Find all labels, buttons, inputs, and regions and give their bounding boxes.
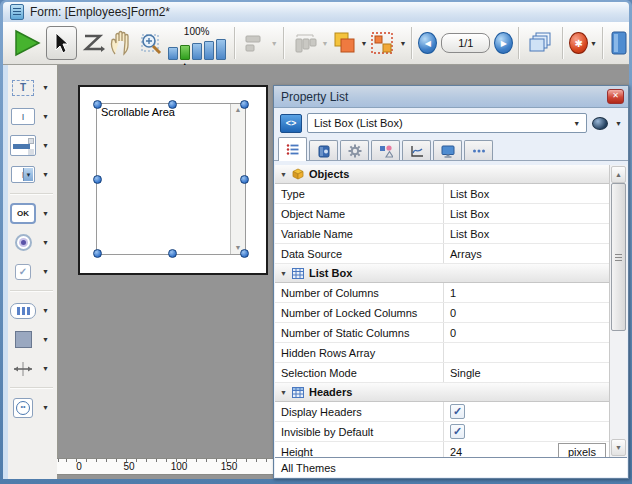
property-row-locked-columns[interactable]: Number of Locked Columns 0: [275, 303, 609, 323]
code-icon[interactable]: <>: [280, 114, 302, 133]
level-icon: [331, 30, 357, 56]
zoom-bar-400[interactable]: [204, 41, 214, 60]
tool-button[interactable]: OK ▼: [10, 203, 55, 224]
selection-handle-nw[interactable]: [93, 100, 102, 109]
section-objects[interactable]: ▼ Objects: [275, 165, 609, 184]
tab-coordinates[interactable]: [340, 140, 369, 161]
pointer-tool-button[interactable]: [46, 26, 77, 60]
collapse-triangle-icon[interactable]: ▼: [280, 389, 287, 396]
property-row-number-of-columns[interactable]: Number of Columns 1: [275, 283, 609, 303]
tool-tab-control[interactable]: ▼: [10, 300, 55, 321]
form-properties-button[interactable]: ✱: [569, 32, 588, 54]
grid-header-icon: [292, 387, 304, 398]
zoom-bar-100-current[interactable]: [180, 45, 190, 60]
input-tool-dropdown[interactable]: ▼: [42, 113, 49, 120]
form-page[interactable]: Scrollable Area ▲ ▼: [78, 85, 268, 275]
scrollbar-thumb[interactable]: [611, 183, 626, 331]
height-value[interactable]: 24: [450, 446, 462, 458]
selection-handle-se[interactable]: [240, 249, 249, 258]
property-row-hidden-rows-array[interactable]: Hidden Rows Array: [275, 343, 609, 363]
selection-handle-w[interactable]: [93, 175, 102, 184]
tool-check-box[interactable]: ✓ ▼: [10, 261, 55, 282]
eye-dropdown-arrow[interactable]: ▼: [615, 120, 622, 127]
palette-separator: [10, 193, 53, 195]
execute-form-button[interactable]: [12, 29, 42, 57]
checkbox-tool-dropdown[interactable]: ▼: [42, 268, 49, 275]
plugin-tool-dropdown[interactable]: ▼: [42, 404, 49, 411]
zoom-bar-50[interactable]: [168, 47, 178, 60]
level-dropdown-arrow[interactable]: ▼: [361, 40, 368, 47]
tool-radio-button[interactable]: ▼: [10, 232, 55, 253]
entry-order-button[interactable]: [81, 31, 105, 55]
tool-splitter[interactable]: ▼: [10, 358, 55, 379]
gear-icon: [348, 144, 362, 158]
tool-plugin-area[interactable]: •• ▼: [10, 397, 55, 418]
section-list-box[interactable]: ▼ List Box: [275, 264, 609, 283]
scroll-down-icon[interactable]: ▼: [611, 439, 626, 456]
combo-box-tool-dropdown[interactable]: ▼: [42, 171, 49, 178]
window-titlebar[interactable]: Form: [Employees]Form2*: [3, 2, 629, 22]
tab-control-tool-dropdown[interactable]: ▼: [42, 307, 49, 314]
tool-combo-box[interactable]: I▼ ▼: [10, 164, 55, 185]
scroll-up-icon[interactable]: ▲: [611, 166, 626, 183]
selection-handle-ne[interactable]: [240, 100, 249, 109]
listbox-object[interactable]: Scrollable Area ▲ ▼: [96, 103, 246, 255]
zoom-tool-button[interactable]: [137, 30, 163, 56]
tab-display[interactable]: [433, 140, 462, 161]
zoom-level-control[interactable]: 100%: [168, 27, 226, 60]
display-headers-checkbox[interactable]: [450, 404, 465, 419]
tool-rectangle[interactable]: ▼: [10, 329, 55, 350]
property-row-height[interactable]: Height 24 pixels: [275, 442, 609, 457]
height-unit-button[interactable]: pixels: [558, 443, 606, 457]
tab-database[interactable]: [309, 140, 338, 161]
level-button[interactable]: [331, 30, 357, 56]
tab-events[interactable]: [402, 140, 431, 161]
property-list-scrollbar[interactable]: ▲ ▼: [610, 165, 627, 457]
property-row-invisible-by-default[interactable]: Invisible by Default: [275, 422, 609, 442]
selection-handle-e[interactable]: [240, 175, 249, 184]
tool-group-box[interactable]: ▼: [10, 135, 55, 156]
selection-handle-s[interactable]: [168, 249, 177, 258]
eye-icon[interactable]: [592, 117, 608, 130]
radio-tool-dropdown[interactable]: ▼: [42, 239, 49, 246]
collapse-triangle-icon[interactable]: ▼: [280, 171, 287, 178]
button-tool-dropdown[interactable]: ▼: [42, 210, 49, 217]
tool-text[interactable]: T ▼: [10, 77, 55, 98]
selection-handle-sw[interactable]: [93, 249, 102, 258]
property-row-variable-name[interactable]: Variable Name List Box: [275, 224, 609, 244]
zoom-bar-800[interactable]: [216, 39, 226, 60]
next-page-button[interactable]: ▶: [494, 32, 513, 54]
tab-objects[interactable]: [371, 140, 400, 161]
tool-input[interactable]: I ▼: [10, 106, 55, 127]
group-box-tool-dropdown[interactable]: ▼: [42, 142, 49, 149]
selection-handle-n[interactable]: [168, 100, 177, 109]
splitter-tool-dropdown[interactable]: ▼: [42, 365, 49, 372]
rectangle-tool-dropdown[interactable]: ▼: [42, 336, 49, 343]
property-row-data-source[interactable]: Data Source Arrays: [275, 244, 609, 264]
property-row-selection-mode[interactable]: Selection Mode Single: [275, 363, 609, 383]
object-selector-dropdown[interactable]: List Box (List Box) ▼: [307, 113, 587, 133]
property-row-object-name[interactable]: Object Name List Box: [275, 204, 609, 224]
tab-property-list[interactable]: [278, 137, 307, 161]
duplicate-dropdown-arrow[interactable]: ▼: [399, 40, 406, 47]
zoom-bars[interactable]: [168, 38, 226, 60]
section-headers[interactable]: ▼ Headers: [275, 383, 609, 402]
zoom-bar-200[interactable]: [192, 43, 202, 60]
property-row-display-headers[interactable]: Display Headers: [275, 402, 609, 422]
radio-tool-icon: [15, 234, 32, 251]
collapse-triangle-icon[interactable]: ▼: [280, 270, 287, 277]
property-row-static-columns[interactable]: Number of Static Columns 0: [275, 323, 609, 343]
duplicate-many-button[interactable]: [369, 30, 395, 56]
property-row-type[interactable]: Type List Box: [275, 184, 609, 204]
property-list-titlebar[interactable]: Property List ✕: [274, 86, 628, 108]
tab-more[interactable]: [464, 140, 493, 161]
display-pages-button[interactable]: [527, 30, 555, 56]
text-tool-dropdown[interactable]: ▼: [42, 84, 49, 91]
themes-filter-bar[interactable]: All Themes: [275, 457, 627, 477]
library-button[interactable]: [611, 30, 627, 56]
previous-page-button[interactable]: ◀: [418, 32, 437, 54]
close-icon[interactable]: ✕: [607, 89, 624, 104]
move-tool-button[interactable]: [109, 30, 133, 56]
form-properties-dropdown-arrow[interactable]: ▼: [590, 40, 597, 47]
invisible-by-default-checkbox[interactable]: [450, 424, 465, 439]
